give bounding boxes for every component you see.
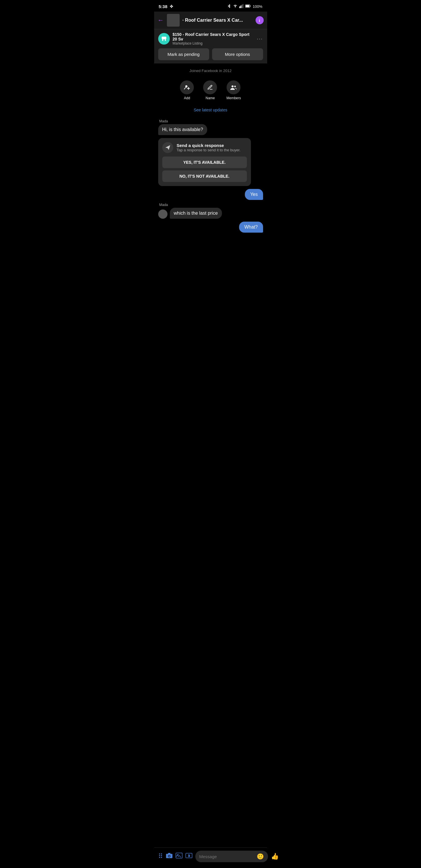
sender-name-mada-1: Mada <box>159 119 263 123</box>
svg-point-6 <box>186 85 188 87</box>
status-right: 100% <box>227 4 262 9</box>
contact-avatar <box>167 14 180 27</box>
message-1-sender-label: Mada Hi, is this available? <box>158 119 263 135</box>
status-fan-icon: ✤ <box>170 4 173 9</box>
see-latest-updates[interactable]: See latest updates <box>158 107 263 112</box>
svg-point-9 <box>232 85 234 87</box>
quick-response-subtitle: Tap a response to send it to the buyer. <box>177 148 241 152</box>
chat-area: Joined Facebook in 2012 Add Name <box>154 63 267 268</box>
svg-rect-1 <box>241 5 241 8</box>
store-svg <box>161 36 167 42</box>
svg-point-10 <box>234 86 236 87</box>
message-sent-yes-bubble: Yes <box>245 189 263 200</box>
message-1-bubble: Hi, is this available? <box>158 124 207 135</box>
message-1-text: Hi, is this available? <box>162 127 203 132</box>
quick-response-card: Send a quick response Tap a response to … <box>158 138 251 186</box>
add-action[interactable]: Add <box>180 81 194 100</box>
mark-pending-button[interactable]: Mark as pending <box>158 48 209 60</box>
group-actions: Add Name Members <box>158 81 263 100</box>
message-2-sender-label-wrap: Mada which is the last price <box>158 203 263 219</box>
svg-rect-2 <box>242 5 243 8</box>
info-button[interactable]: i <box>256 16 264 24</box>
quick-response-title: Send a quick response <box>177 143 241 148</box>
action-buttons: Mark as pending More options <box>158 48 263 60</box>
svg-rect-0 <box>239 6 240 8</box>
name-action[interactable]: Name <box>203 81 217 100</box>
yes-available-button[interactable]: YES, IT'S AVAILABLE. <box>162 157 247 168</box>
message-sent-what-bubble: What? <box>239 222 263 232</box>
members-icon <box>227 81 241 94</box>
signal-icon <box>239 4 243 9</box>
members-action[interactable]: Members <box>226 81 241 100</box>
bluetooth-icon <box>227 4 231 9</box>
add-icon <box>180 81 194 94</box>
message-1-row: Hi, is this available? <box>158 124 263 135</box>
sender-name-mada-2: Mada <box>159 203 263 207</box>
send-quick-icon <box>162 142 173 153</box>
svg-rect-5 <box>246 5 250 7</box>
not-available-button[interactable]: NO, IT'S NOT AVAILABLE. <box>162 170 247 182</box>
battery-icon <box>245 4 251 9</box>
shop-icon <box>158 33 170 44</box>
status-left: 5:38 ✤ <box>159 4 173 9</box>
joined-info: Joined Facebook in 2012 <box>158 69 263 73</box>
marketplace-bar: $150 - Roof Carrier Sears X Cargo Sport … <box>154 29 267 63</box>
chat-title: · Roof Carrier Sears X Car... <box>183 18 253 23</box>
listing-title: $150 - Roof Carrier Sears X Cargo Sport … <box>173 32 254 41</box>
back-button[interactable]: ← <box>158 17 164 24</box>
quick-response-header: Send a quick response Tap a response to … <box>162 142 247 153</box>
more-menu-button[interactable]: ··· <box>257 36 263 42</box>
message-2-row: which is the last price <box>158 208 263 219</box>
name-label: Name <box>205 96 215 100</box>
message-sent-what-text: What? <box>244 224 258 229</box>
marketplace-text: $150 - Roof Carrier Sears X Cargo Sport … <box>173 32 254 45</box>
message-2-text: which is the last price <box>174 211 218 216</box>
mada-avatar-2 <box>158 210 167 219</box>
message-2-bubble: which is the last price <box>170 208 222 219</box>
message-sent-yes-row: Yes <box>158 189 263 200</box>
svg-rect-3 <box>243 4 243 8</box>
marketplace-info: $150 - Roof Carrier Sears X Cargo Sport … <box>158 32 263 45</box>
message-sent-what-row: What? <box>158 222 263 232</box>
wifi-icon <box>233 4 237 9</box>
add-label: Add <box>184 96 190 100</box>
name-icon <box>203 81 217 94</box>
info-icon: i <box>259 18 260 23</box>
chat-header: ← · Roof Carrier Sears X Car... i <box>154 11 267 29</box>
message-sent-yes-text: Yes <box>250 192 258 197</box>
status-time: 5:38 <box>159 4 167 9</box>
quick-response-titles: Send a quick response Tap a response to … <box>177 143 241 152</box>
battery-text: 100% <box>253 4 262 9</box>
listing-subtitle: Marketplace Listing <box>173 41 254 45</box>
members-label: Members <box>226 96 241 100</box>
spacer <box>158 236 263 265</box>
status-bar: 5:38 ✤ <box>154 0 267 11</box>
more-options-button[interactable]: More options <box>212 48 263 60</box>
